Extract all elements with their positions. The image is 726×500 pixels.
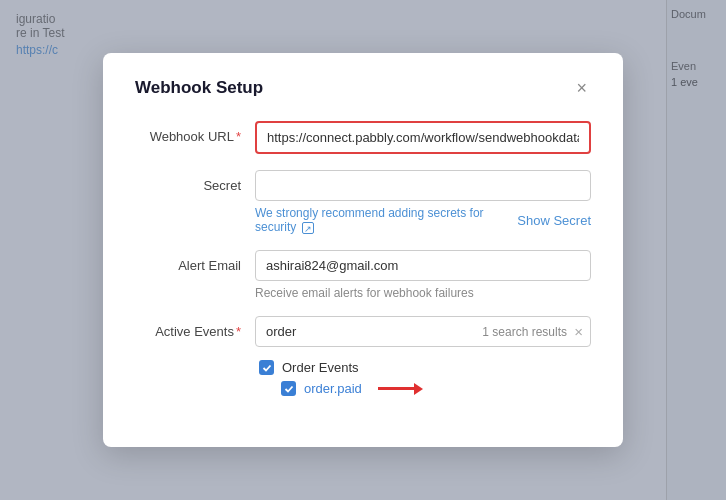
secret-control: We strongly recommend adding secrets for…: [255, 170, 591, 234]
webhook-url-input[interactable]: [255, 121, 591, 154]
modal-header: Webhook Setup ×: [135, 77, 591, 99]
secret-label: Secret: [135, 170, 255, 193]
alert-email-hint: Receive email alerts for webhook failure…: [255, 286, 591, 300]
order-events-checkbox[interactable]: [259, 360, 274, 375]
secret-row: Secret We strongly recommend adding secr…: [135, 170, 591, 234]
order-paid-label: order.paid: [304, 381, 362, 396]
events-list: Order Events order.paid: [255, 357, 591, 399]
red-arrow-indicator: [378, 383, 423, 395]
search-results-badge: 1 search results: [482, 325, 567, 339]
active-events-control: 1 search results × Order Events: [255, 316, 591, 403]
alert-email-control: Receive email alerts for webhook failure…: [255, 250, 591, 300]
active-events-label: Active Events*: [135, 316, 255, 339]
required-star: *: [236, 129, 241, 144]
secret-input[interactable]: [255, 170, 591, 201]
order-events-label: Order Events: [282, 360, 359, 375]
alert-email-input[interactable]: [255, 250, 591, 281]
webhook-url-row: Webhook URL*: [135, 121, 591, 154]
order-paid-checkbox[interactable]: [281, 381, 296, 396]
secret-hint-text: We strongly recommend adding secrets for…: [255, 206, 517, 234]
events-required-star: *: [236, 324, 241, 339]
events-search-wrap: 1 search results ×: [255, 316, 591, 347]
order-events-group: Order Events order.paid: [259, 357, 591, 399]
external-link-icon: ↗: [302, 222, 314, 234]
alert-email-row: Alert Email Receive email alerts for web…: [135, 250, 591, 300]
modal-backdrop: Webhook Setup × Webhook URL* Secret We s…: [0, 0, 726, 500]
clear-search-button[interactable]: ×: [572, 324, 585, 339]
modal-title: Webhook Setup: [135, 78, 263, 98]
webhook-url-control: [255, 121, 591, 154]
order-paid-item: order.paid: [281, 378, 591, 399]
order-events-group-item: Order Events: [259, 357, 591, 378]
webhook-url-label: Webhook URL*: [135, 121, 255, 144]
active-events-row: Active Events* 1 search results ×: [135, 316, 591, 403]
show-secret-button[interactable]: Show Secret: [517, 213, 591, 228]
webhook-setup-modal: Webhook Setup × Webhook URL* Secret We s…: [103, 53, 623, 447]
alert-email-label: Alert Email: [135, 250, 255, 273]
close-button[interactable]: ×: [572, 77, 591, 99]
secret-hint-row: We strongly recommend adding secrets for…: [255, 206, 591, 234]
